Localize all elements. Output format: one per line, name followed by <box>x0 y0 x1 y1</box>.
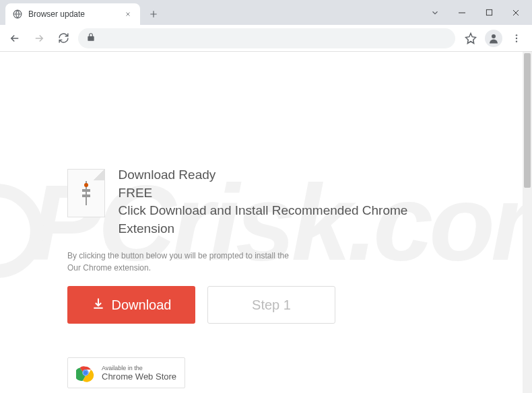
download-button-label: Download <box>112 297 172 313</box>
heading-line-3: Click Download and Install Recommended C… <box>119 202 465 238</box>
svg-point-5 <box>516 40 517 42</box>
webstore-text: Available in the Chrome Web Store <box>102 365 176 382</box>
bookmark-star-icon[interactable] <box>461 28 481 48</box>
browser-tab[interactable]: Browser update <box>5 3 140 25</box>
maximize-button[interactable] <box>475 3 502 23</box>
heading-text: Download Ready FREE Click Download and I… <box>119 166 465 238</box>
svg-point-7 <box>84 183 88 187</box>
lock-icon <box>86 32 96 44</box>
tab-title: Browser update <box>28 9 117 19</box>
menu-dots-icon[interactable] <box>506 28 527 48</box>
address-bar[interactable] <box>78 28 455 48</box>
svg-point-3 <box>516 34 517 36</box>
svg-point-12 <box>84 371 88 375</box>
new-tab-button[interactable] <box>144 5 163 24</box>
page-viewport: PCrisk.com Download Ready FREE Click Dow… <box>0 52 532 393</box>
forward-button[interactable] <box>30 29 48 48</box>
svg-rect-1 <box>486 9 492 15</box>
step-button[interactable]: Step 1 <box>207 286 335 324</box>
profile-avatar[interactable] <box>485 30 502 47</box>
chrome-logo-icon <box>76 363 95 382</box>
reload-button[interactable] <box>54 29 73 48</box>
window-controls <box>419 0 532 25</box>
step-button-label: Step 1 <box>252 297 291 313</box>
heading-line-1: Download Ready <box>119 166 465 184</box>
globe-icon <box>12 9 23 20</box>
file-icon <box>67 169 105 217</box>
browser-toolbar <box>0 25 532 52</box>
close-tab-icon[interactable] <box>123 9 133 20</box>
svg-rect-9 <box>82 194 90 197</box>
chrome-webstore-badge[interactable]: Available in the Chrome Web Store <box>67 357 185 388</box>
svg-point-4 <box>516 37 517 38</box>
heading-line-2: FREE <box>119 184 465 203</box>
back-button[interactable] <box>5 29 24 48</box>
disclaimer-text: By clicking the button below you will be… <box>67 250 465 274</box>
svg-point-2 <box>492 34 496 38</box>
download-button[interactable]: Download <box>67 286 195 324</box>
close-window-button[interactable] <box>502 3 529 23</box>
download-icon <box>92 297 105 314</box>
tab-strip: Browser update <box>0 0 431 25</box>
svg-rect-8 <box>82 189 90 192</box>
chevron-down-icon[interactable] <box>422 3 448 23</box>
minimize-button[interactable] <box>448 3 475 23</box>
page-content: Download Ready FREE Click Download and I… <box>0 52 532 388</box>
